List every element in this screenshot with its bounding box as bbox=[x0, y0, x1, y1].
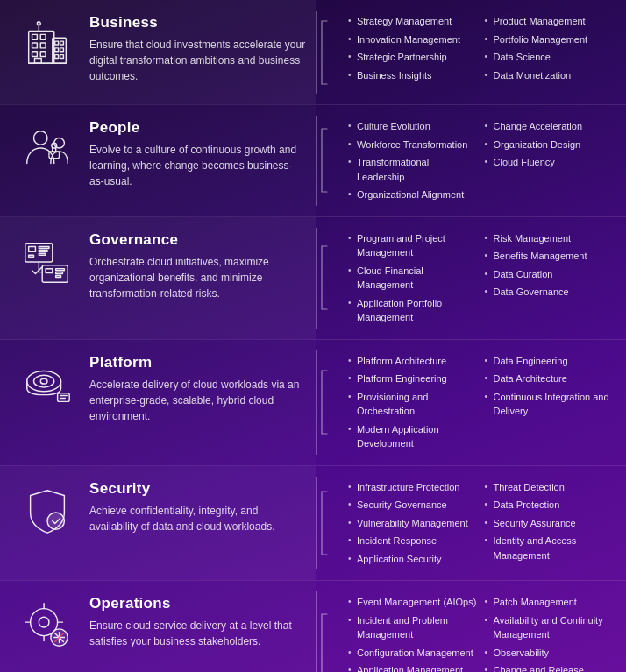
section-text-operations: Operations Ensure cloud service delivery… bbox=[82, 595, 307, 649]
section-title-operations: Operations bbox=[89, 595, 307, 612]
list-item: Identity and Access Management bbox=[485, 532, 615, 564]
list-col2-people: Change AccelerationOrganization DesignCl… bbox=[485, 117, 615, 172]
svg-rect-10 bbox=[60, 41, 64, 45]
section-desc-governance: Orchestrate cloud initiatives, maximize … bbox=[89, 254, 307, 301]
svg-rect-14 bbox=[60, 55, 64, 59]
svg-point-18 bbox=[34, 131, 48, 145]
list-item: Data Monetization bbox=[485, 67, 615, 85]
svg-rect-33 bbox=[56, 272, 63, 273]
section-text-security: Security Achieve confidentiality, integr… bbox=[82, 480, 307, 534]
list-item: Business Insights bbox=[348, 67, 478, 85]
list-item: Cloud Financial Management bbox=[348, 262, 478, 294]
list-item: Provisioning and Orchestration bbox=[348, 388, 478, 421]
list-item: Incident and Problem Management bbox=[348, 612, 478, 644]
section-text-business: Business Ensure that cloud investments a… bbox=[82, 14, 307, 84]
section-right-people: Culture EvolutionWorkforce Transformatio… bbox=[332, 105, 626, 216]
section-text-governance: Governance Orchestrate cloud initiatives… bbox=[82, 231, 307, 301]
list-item: Data Governance bbox=[485, 283, 615, 301]
svg-rect-1 bbox=[32, 34, 38, 39]
bracket-operations bbox=[317, 581, 332, 672]
building-icon bbox=[12, 14, 82, 72]
list-item: Incident Response bbox=[348, 532, 478, 550]
svg-point-36 bbox=[34, 375, 54, 387]
svg-rect-13 bbox=[55, 55, 59, 59]
section-title-business: Business bbox=[89, 14, 307, 32]
list-item: Application Portfolio Management bbox=[348, 294, 478, 327]
list-col2-security: Threat DetectionData ProtectionSecurity … bbox=[485, 478, 615, 565]
list-col1-security: Infrastructure ProtectionSecurity Govern… bbox=[348, 478, 478, 569]
list-item: Change Acceleration bbox=[485, 117, 615, 136]
section-left-business: Business Ensure that cloud investments a… bbox=[0, 0, 316, 104]
svg-rect-2 bbox=[40, 34, 46, 39]
list-item: Benefits Management bbox=[485, 247, 615, 265]
list-col1-governance: Program and Project ManagementCloud Fina… bbox=[348, 230, 478, 327]
svg-point-35 bbox=[27, 371, 61, 391]
col1-governance: Program and Project ManagementCloud Fina… bbox=[345, 230, 481, 327]
section-desc-operations: Ensure cloud service delivery at a level… bbox=[89, 618, 307, 649]
list-item: Modern Application Development bbox=[348, 421, 478, 453]
section-text-platform: Platform Accelerate delivery of cloud wo… bbox=[82, 354, 307, 424]
col2-governance: Risk ManagementBenefits ManagementData C… bbox=[481, 230, 618, 327]
list-item: Cloud Fluency bbox=[485, 153, 615, 172]
list-item: Portfolio Management bbox=[485, 31, 615, 49]
svg-point-16 bbox=[37, 22, 40, 25]
list-col1-people: Culture EvolutionWorkforce Transformatio… bbox=[348, 117, 478, 204]
list-item: Data Curation bbox=[485, 265, 615, 284]
list-item: Continuous Integration and Delivery bbox=[485, 388, 615, 421]
people-icon bbox=[12, 119, 82, 177]
bracket-business bbox=[317, 0, 332, 104]
col1-business: Strategy ManagementInnovation Management… bbox=[345, 12, 481, 92]
section-right-security: Infrastructure ProtectionSecurity Govern… bbox=[332, 466, 626, 581]
col2-platform: Data EngineeringData ArchitectureContinu… bbox=[481, 352, 618, 453]
svg-rect-40 bbox=[58, 393, 70, 401]
section-title-platform: Platform bbox=[89, 354, 307, 371]
section-desc-people: Evolve to a culture of continuous growth… bbox=[89, 142, 307, 189]
list-col1-platform: Platform ArchitecturePlatform Engineerin… bbox=[348, 352, 478, 453]
list-col2-platform: Data EngineeringData ArchitectureContinu… bbox=[485, 352, 615, 421]
section-title-governance: Governance bbox=[89, 231, 307, 249]
list-item: Platform Architecture bbox=[348, 352, 478, 371]
section-title-security: Security bbox=[89, 480, 307, 498]
section-right-governance: Program and Project ManagementCloud Fina… bbox=[332, 217, 626, 339]
svg-point-37 bbox=[40, 378, 47, 384]
list-item: Change and Release Management bbox=[485, 661, 615, 672]
list-col1-operations: Event Management (AIOps)Incident and Pro… bbox=[348, 593, 478, 672]
col2-people: Change AccelerationOrganization DesignCl… bbox=[481, 117, 618, 204]
svg-rect-26 bbox=[39, 246, 49, 248]
list-item: Strategic Partnership bbox=[348, 48, 478, 67]
list-item: Transformational Leadership bbox=[348, 153, 478, 186]
svg-rect-29 bbox=[29, 255, 34, 257]
col1-people: Culture EvolutionWorkforce Transformatio… bbox=[345, 117, 481, 204]
list-col2-governance: Risk ManagementBenefits ManagementData C… bbox=[485, 230, 615, 301]
section-left-operations: Operations Ensure cloud service delivery… bbox=[0, 581, 316, 672]
list-item: Security Assurance bbox=[485, 514, 615, 533]
svg-rect-6 bbox=[40, 52, 46, 57]
list-item: Threat Detection bbox=[485, 478, 615, 497]
list-item: Product Management bbox=[485, 12, 615, 31]
svg-rect-27 bbox=[39, 250, 47, 251]
list-item: Organization Design bbox=[485, 136, 615, 154]
list-item: Application Management bbox=[348, 661, 478, 672]
list-item: Workforce Transformation bbox=[348, 136, 478, 154]
section-left-platform: Platform Accelerate delivery of cloud wo… bbox=[0, 340, 316, 465]
list-item: Program and Project Management bbox=[348, 230, 478, 262]
svg-rect-12 bbox=[60, 48, 64, 52]
svg-rect-5 bbox=[32, 52, 38, 57]
operations-icon bbox=[12, 595, 82, 653]
section-left-security: Security Achieve confidentiality, integr… bbox=[0, 466, 316, 581]
list-item: Patch Management bbox=[485, 593, 615, 612]
list-item: Vulnerability Management bbox=[348, 514, 478, 533]
list-col2-operations: Patch ManagementAvailability and Continu… bbox=[485, 593, 615, 672]
col1-operations: Event Management (AIOps)Incident and Pro… bbox=[345, 593, 481, 672]
governance-icon bbox=[12, 231, 82, 289]
svg-rect-28 bbox=[39, 253, 46, 255]
section-left-people: People Evolve to a culture of continuous… bbox=[0, 105, 316, 216]
svg-rect-4 bbox=[40, 43, 46, 48]
section-desc-platform: Accelerate delivery of cloud workloads v… bbox=[89, 377, 307, 424]
list-item: Culture Evolution bbox=[348, 117, 478, 136]
svg-rect-11 bbox=[55, 48, 59, 52]
list-item: Security Governance bbox=[348, 496, 478, 514]
section-text-people: People Evolve to a culture of continuous… bbox=[82, 119, 307, 189]
section-right-platform: Platform ArchitecturePlatform Engineerin… bbox=[332, 340, 626, 465]
section-desc-security: Achieve confidentiality, integrity, and … bbox=[89, 503, 307, 534]
